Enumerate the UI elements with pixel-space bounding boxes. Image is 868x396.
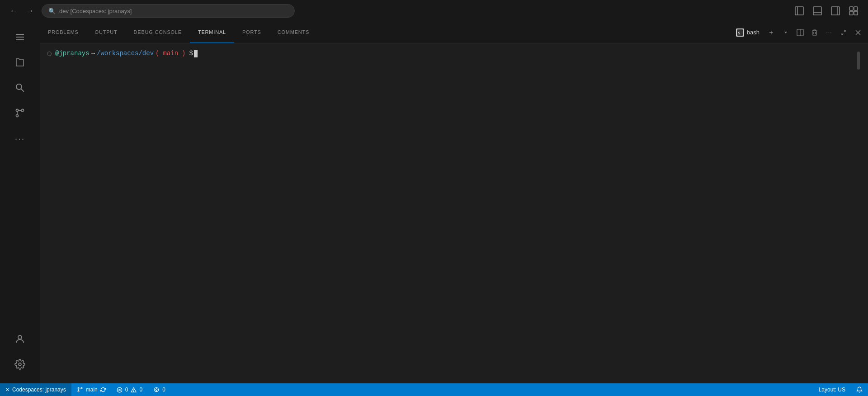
status-errors[interactable]: 0 0 bbox=[111, 383, 148, 396]
terminal-area[interactable]: @jpranays → /workspaces/dev (main) $ bbox=[40, 43, 868, 383]
svg-point-28 bbox=[78, 387, 79, 389]
tab-comments[interactable]: COMMENTS bbox=[269, 22, 318, 43]
svg-rect-7 bbox=[854, 7, 858, 10]
svg-point-29 bbox=[78, 391, 79, 392]
bash-terminal-label[interactable]: $ bash bbox=[732, 26, 763, 39]
branch-name: main bbox=[86, 387, 98, 393]
prompt-username: @jpranays bbox=[55, 49, 90, 58]
tab-problems[interactable]: PROBLEMS bbox=[40, 22, 87, 43]
svg-point-19 bbox=[19, 363, 21, 366]
close-panel-button[interactable] bbox=[852, 26, 864, 39]
status-left: ✕ Codespaces: jpranays main 0 bbox=[0, 383, 171, 396]
svg-rect-11 bbox=[16, 37, 24, 38]
more-dots-icon: ··· bbox=[15, 133, 25, 144]
error-icon bbox=[117, 387, 123, 393]
codespace-x-icon: ✕ bbox=[5, 387, 9, 393]
terminal-content: @jpranays → /workspaces/dev (main) $ bbox=[47, 49, 855, 378]
source-control-button[interactable] bbox=[8, 101, 32, 125]
terminal-scrollbar[interactable] bbox=[855, 49, 861, 378]
prompt-branch: ( bbox=[156, 49, 159, 58]
prompt-branch-name: main bbox=[163, 49, 178, 58]
svg-point-13 bbox=[16, 84, 22, 90]
titlebar-left: ← → 🔍 dev [Codespaces: jpranays] bbox=[7, 4, 295, 18]
prompt-path: /workspaces/dev bbox=[97, 49, 154, 58]
scrollbar-thumb bbox=[857, 52, 860, 70]
bell-icon bbox=[856, 387, 863, 393]
bash-name: bash bbox=[747, 29, 760, 36]
prompt-branch-close: ) bbox=[182, 49, 185, 58]
explorer-button[interactable] bbox=[8, 51, 32, 74]
prompt-arrow: → bbox=[91, 49, 95, 58]
svg-text:$: $ bbox=[738, 31, 740, 35]
activity-bar: ··· bbox=[0, 22, 40, 383]
search-text: dev [Codespaces: jpranays] bbox=[59, 8, 132, 14]
terminal-prompt: @jpranays → /workspaces/dev (main) $ bbox=[47, 49, 855, 58]
customize-layout-button[interactable] bbox=[846, 5, 861, 17]
svg-rect-2 bbox=[813, 7, 821, 15]
split-terminal-button[interactable] bbox=[794, 26, 807, 39]
svg-rect-10 bbox=[16, 34, 24, 35]
activity-top: ··· bbox=[8, 25, 32, 327]
plus-icon: + bbox=[769, 28, 773, 37]
svg-point-18 bbox=[18, 335, 22, 339]
status-codespace[interactable]: ✕ Codespaces: jpranays bbox=[0, 383, 71, 396]
more-activity-button[interactable]: ··· bbox=[8, 127, 32, 150]
more-actions-button[interactable]: ··· bbox=[823, 26, 835, 39]
codespace-label: Codespaces: jpranays bbox=[12, 387, 66, 393]
status-notifications[interactable] bbox=[851, 383, 868, 396]
branch-icon bbox=[77, 387, 83, 393]
account-button[interactable] bbox=[8, 327, 32, 351]
back-button[interactable]: ← bbox=[7, 5, 20, 17]
menu-button[interactable] bbox=[8, 25, 32, 49]
warning-count: 0 bbox=[139, 387, 142, 393]
status-branch[interactable]: main bbox=[71, 383, 111, 396]
sync-icon bbox=[100, 387, 106, 392]
kill-terminal-button[interactable] bbox=[808, 26, 821, 39]
search-button[interactable] bbox=[8, 76, 32, 99]
panel-tabs: PROBLEMS OUTPUT DEBUG CONSOLE TERMINAL P… bbox=[40, 22, 868, 43]
activity-bottom bbox=[8, 327, 32, 376]
ports-count: 0 bbox=[162, 387, 165, 393]
status-ports[interactable]: 0 bbox=[148, 383, 171, 396]
prompt-dollar: $ bbox=[189, 49, 193, 58]
settings-button[interactable] bbox=[8, 353, 32, 376]
error-count: 0 bbox=[125, 387, 128, 393]
cursor bbox=[194, 50, 198, 57]
status-right: Layout: US bbox=[813, 383, 868, 396]
tab-ports[interactable]: PORTS bbox=[234, 22, 269, 43]
svg-point-37 bbox=[156, 389, 157, 391]
svg-rect-4 bbox=[831, 7, 840, 15]
tab-debug-console[interactable]: DEBUG CONSOLE bbox=[126, 22, 190, 43]
new-terminal-button[interactable]: + bbox=[765, 26, 778, 39]
ports-icon bbox=[153, 387, 160, 393]
ellipsis-icon: ··· bbox=[826, 29, 832, 36]
svg-rect-0 bbox=[795, 7, 803, 15]
svg-point-16 bbox=[16, 115, 19, 117]
terminal-status-circle bbox=[47, 52, 52, 56]
status-layout[interactable]: Layout: US bbox=[813, 383, 851, 396]
command-palette[interactable]: 🔍 dev [Codespaces: jpranays] bbox=[42, 4, 295, 18]
titlebar-nav: ← → bbox=[7, 5, 36, 17]
toggle-primary-sidebar-button[interactable] bbox=[792, 5, 807, 17]
panel-tabs-right: $ bash + bbox=[729, 22, 868, 43]
layout-label: Layout: US bbox=[819, 387, 845, 393]
launch-profile-button[interactable] bbox=[779, 26, 792, 39]
tab-output[interactable]: OUTPUT bbox=[87, 22, 126, 43]
toggle-secondary-sidebar-button[interactable] bbox=[828, 5, 843, 17]
main-area: ··· PROBLEMS OUTPUT DEBUG CONSO bbox=[0, 22, 868, 383]
svg-rect-9 bbox=[854, 11, 858, 15]
toggle-panel-button[interactable] bbox=[810, 5, 825, 17]
status-bar: ✕ Codespaces: jpranays main 0 bbox=[0, 383, 868, 396]
search-icon: 🔍 bbox=[48, 8, 56, 14]
svg-point-35 bbox=[133, 391, 134, 391]
content-area: PROBLEMS OUTPUT DEBUG CONSOLE TERMINAL P… bbox=[40, 22, 868, 383]
tab-terminal[interactable]: TERMINAL bbox=[190, 22, 234, 43]
svg-rect-8 bbox=[849, 11, 853, 15]
svg-line-14 bbox=[21, 89, 24, 92]
svg-point-15 bbox=[16, 109, 19, 112]
warning-icon bbox=[131, 387, 137, 393]
svg-rect-12 bbox=[16, 39, 24, 40]
titlebar: ← → 🔍 dev [Codespaces: jpranays] bbox=[0, 0, 868, 22]
maximize-panel-button[interactable] bbox=[837, 26, 850, 39]
forward-button[interactable]: → bbox=[24, 5, 36, 17]
